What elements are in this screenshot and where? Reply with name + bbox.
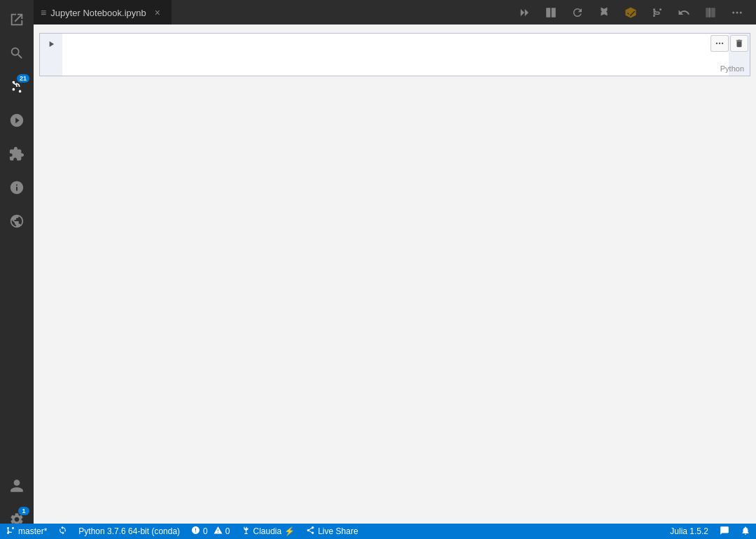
- svg-point-1: [653, 8, 655, 10]
- svg-point-0: [653, 15, 655, 17]
- status-liveshare[interactable]: Live Share: [300, 526, 363, 537]
- user-name: Claudia: [253, 526, 281, 536]
- svg-point-6: [740, 11, 742, 13]
- split-editor-button[interactable]: [700, 3, 721, 22]
- status-sync[interactable]: [52, 526, 73, 537]
- svg-point-9: [722, 43, 723, 44]
- svg-point-7: [716, 43, 718, 44]
- sidebar-item-explorer[interactable]: [0, 3, 34, 36]
- sync-icon: [58, 526, 67, 537]
- cell-container: [ ] Python: [34, 30, 756, 79]
- tab-jupyter-notebook[interactable]: ≡ Jupyter Notebook.ipynb ×: [34, 0, 172, 24]
- status-errors[interactable]: 0 0: [186, 526, 235, 537]
- source-button[interactable]: [620, 3, 641, 22]
- status-left: master* Python 3.7.6 64-bit (conda) 0: [0, 526, 364, 538]
- status-branch[interactable]: master*: [0, 526, 52, 538]
- undo-button[interactable]: [673, 3, 694, 22]
- cell-more-button[interactable]: [710, 35, 729, 52]
- warnings-icon: [214, 526, 223, 537]
- notebook-toolbar: [505, 0, 756, 24]
- tab-close-button[interactable]: ×: [150, 6, 164, 20]
- status-python[interactable]: Python 3.7.6 64-bit (conda): [73, 526, 186, 536]
- variables-button[interactable]: [594, 3, 615, 22]
- user-suffix: ⚡: [284, 526, 295, 536]
- svg-point-11: [7, 527, 9, 529]
- liveshare-icon: [306, 526, 315, 537]
- restart-button[interactable]: [567, 3, 588, 22]
- sidebar-item-search[interactable]: [0, 36, 34, 70]
- cell-toolbar: [710, 35, 748, 52]
- main-content: [ ] Python: [34, 24, 756, 524]
- errors-icon: [191, 526, 200, 537]
- activity-bar: 21 1: [0, 0, 34, 539]
- bell-icon: [741, 526, 750, 538]
- status-notifications[interactable]: [735, 526, 756, 538]
- interrupt-button[interactable]: [540, 3, 561, 22]
- status-kernel[interactable]: Julia 1.5.2: [664, 526, 714, 536]
- sidebar-item-timeline[interactable]: [0, 171, 34, 204]
- svg-point-12: [12, 527, 14, 529]
- status-right: Julia 1.5.2: [664, 526, 756, 538]
- status-user[interactable]: Claudia ⚡: [235, 526, 300, 537]
- svg-point-4: [732, 11, 734, 13]
- more-actions-button[interactable]: [727, 3, 748, 22]
- settings-badge: 1: [18, 507, 29, 515]
- kernel-label: Julia 1.5.2: [670, 526, 708, 536]
- notebook-cell[interactable]: [ ] Python: [39, 33, 750, 76]
- branch-button[interactable]: [647, 3, 668, 22]
- svg-point-8: [719, 43, 720, 44]
- liveshare-label: Live Share: [318, 526, 358, 536]
- branch-icon: [6, 526, 15, 538]
- sidebar-item-remote-explorer[interactable]: [0, 204, 34, 238]
- branch-name: master*: [18, 526, 47, 536]
- svg-point-5: [736, 11, 738, 13]
- svg-point-2: [659, 8, 662, 10]
- run-all-button[interactable]: [514, 3, 535, 22]
- python-label: Python 3.7.6 64-bit (conda): [78, 526, 180, 536]
- notebook-area: [ ] Python: [34, 24, 756, 524]
- sidebar-item-account[interactable]: [0, 469, 34, 503]
- sidebar-item-extensions[interactable]: [0, 137, 34, 171]
- tab-bar: ≡ Jupyter Notebook.ipynb ×: [34, 0, 756, 24]
- tab-file-icon: ≡: [41, 7, 46, 18]
- tab-title: Jupyter Notebook.ipynb: [50, 8, 146, 18]
- warnings-count: 0: [225, 526, 230, 536]
- status-feedback[interactable]: [714, 526, 735, 538]
- cell-language-label: Python: [720, 64, 744, 73]
- cell-run-button[interactable]: [40, 34, 62, 49]
- status-bar: master* Python 3.7.6 64-bit (conda) 0: [0, 524, 756, 539]
- source-control-badge: 21: [17, 74, 29, 83]
- plug-icon: [241, 526, 250, 537]
- cell-editor[interactable]: [62, 34, 729, 76]
- cell-delete-button[interactable]: [730, 35, 748, 52]
- feedback-icon: [720, 526, 729, 538]
- sidebar-item-run-debug[interactable]: [0, 104, 34, 137]
- errors-count: 0: [203, 526, 208, 536]
- sidebar-item-source-control[interactable]: 21: [0, 70, 34, 104]
